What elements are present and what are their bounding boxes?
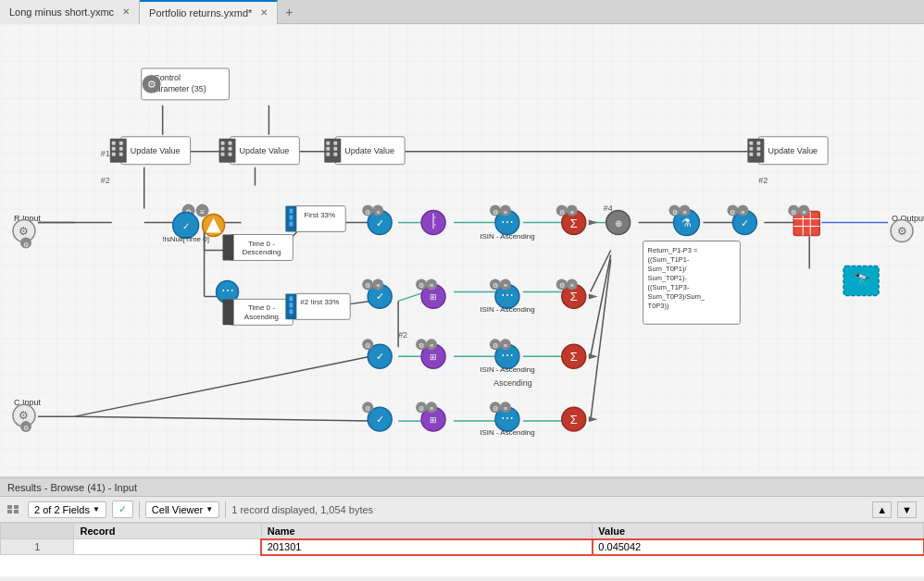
svg-text:⚙: ⚙ [418,342,424,349]
svg-text:≡: ≡ [376,209,380,216]
col-header-value[interactable]: Value [593,524,924,539]
dropdown-arrow-icon: ▼ [206,505,213,513]
svg-rect-121 [289,303,293,307]
svg-text:Σ: Σ [570,216,578,230]
table-row: 1 201301 0.045042 [1,539,924,555]
svg-text:Update Value: Update Value [131,146,181,155]
svg-text:⚗: ⚗ [681,216,692,229]
tab-label: Portfolio returns.yxmd* [149,7,252,19]
svg-rect-88 [756,147,760,151]
svg-rect-60 [119,142,123,145]
svg-text:⚙: ⚙ [365,405,370,412]
svg-rect-77 [326,153,330,156]
svg-text:Sum_T0P1)-: Sum_T0P1)- [648,274,688,282]
svg-rect-70 [229,147,232,151]
results-title: Results - Browse (41) - Input [7,482,137,493]
svg-text:((Sum_T1P3-: ((Sum_T1P3- [648,283,690,291]
svg-text:✓: ✓ [376,351,384,362]
svg-text:✓: ✓ [741,217,749,229]
svg-rect-71 [229,153,232,156]
svg-text:≡: ≡ [504,282,507,289]
col-header-name[interactable]: Name [261,524,593,539]
svg-text:⚙: ⚙ [23,241,29,248]
svg-text:≡: ≡ [430,342,433,349]
svg-text:≡: ≡ [504,209,507,216]
svg-text:⊞: ⊞ [430,352,437,362]
tab-close-btn[interactable]: ✕ [260,7,268,18]
nav-up-btn[interactable]: ▲ [872,501,892,518]
svg-rect-109 [223,299,234,325]
svg-rect-59 [112,153,116,156]
svg-text:⚙: ⚙ [559,209,565,216]
svg-text:⚙: ⚙ [19,225,29,238]
svg-text:⋯: ⋯ [501,348,514,363]
svg-rect-68 [221,153,225,156]
svg-text:First 33%: First 33% [304,211,335,219]
svg-rect-0 [1,24,923,476]
fields-check-btn[interactable]: ✓ [112,501,133,518]
svg-text:⚙: ⚙ [418,405,424,412]
svg-text:Σ: Σ [570,350,578,364]
svg-text:⚙: ⚙ [19,409,29,422]
results-header: Results - Browse (41) - Input [0,479,924,497]
tab-add-btn[interactable]: + [278,1,300,23]
svg-text:Ascending: Ascending [493,378,532,388]
svg-text:≡: ≡ [802,209,805,216]
svg-text:⋯: ⋯ [501,288,514,303]
svg-text:⚙: ⚙ [897,225,907,238]
col-header-record: Record [74,524,261,539]
svg-text:⚙: ⚙ [493,282,498,289]
svg-text:⚙: ⚙ [791,209,796,216]
nav-down-btn[interactable]: ▼ [897,501,917,518]
svg-text:#2: #2 [758,176,768,185]
col-header-icon [1,524,74,539]
svg-text:✓: ✓ [376,290,384,302]
svg-text:⊞: ⊞ [430,415,437,425]
table-header-row: Record Name Value [1,524,924,539]
svg-text:#4: #4 [604,204,613,213]
svg-text:≡: ≡ [200,208,205,216]
svg-text:⚙: ⚙ [147,79,156,90]
fields-dropdown-btn[interactable]: 2 of 2 Fields ▼ [28,501,106,518]
svg-rect-84 [749,142,753,145]
svg-rect-57 [112,142,116,145]
svg-rect-116 [289,222,293,227]
svg-text:Time 0 -: Time 0 - [248,240,275,248]
cell-record [74,539,261,555]
fields-label: 2 of 2 Fields [34,504,90,515]
svg-text:⋯: ⋯ [501,411,514,426]
cell-viewer-btn[interactable]: Cell Viewer ▼ [145,501,219,518]
svg-text:Sum_T0P3)/Sum_: Sum_T0P3)/Sum_ [648,292,705,301]
tab-long-minus-short[interactable]: Long minus short.yxmc ✕ [0,0,140,24]
tab-label: Long minus short.yxmc [9,6,114,18]
svg-text:⚙: ⚙ [493,405,498,412]
tab-portfolio-returns[interactable]: Portfolio returns.yxmd* ✕ [140,0,278,24]
svg-text:≡: ≡ [570,209,574,216]
toolbar-separator-2 [225,501,226,518]
svg-rect-75 [326,142,330,145]
tab-bar: Long minus short.yxmc ✕ Portfolio return… [0,0,924,24]
results-toolbar: 2 of 2 Fields ▼ ✓ Cell Viewer ▼ 1 record… [0,497,924,523]
svg-text:⚙: ⚙ [559,282,565,289]
svg-rect-86 [749,153,753,156]
results-panel: Results - Browse (41) - Input 2 of 2 Fie… [0,477,924,581]
svg-text:ISIN - Ascending: ISIN - Ascending [480,365,534,374]
svg-text:≡: ≡ [570,282,574,289]
cell-name: 201301 [261,539,593,555]
svg-text:✓: ✓ [376,217,384,229]
svg-text:⊕: ⊕ [615,218,622,229]
svg-rect-115 [289,216,293,220]
svg-rect-66 [221,142,225,145]
tab-close-btn[interactable]: ✕ [122,6,130,17]
svg-text:≡: ≡ [430,282,433,289]
cell-value: 0.045042 [593,539,924,555]
svg-text:⚙: ⚙ [493,209,498,216]
svg-rect-85 [749,147,753,151]
svg-text:Update Value: Update Value [344,146,394,155]
svg-text:✓: ✓ [376,414,384,425]
workflow-canvas: #1 #1 #1 [0,24,924,477]
svg-rect-114 [289,209,293,214]
svg-rect-62 [119,153,123,156]
svg-rect-80 [333,153,337,156]
svg-rect-79 [333,147,337,151]
